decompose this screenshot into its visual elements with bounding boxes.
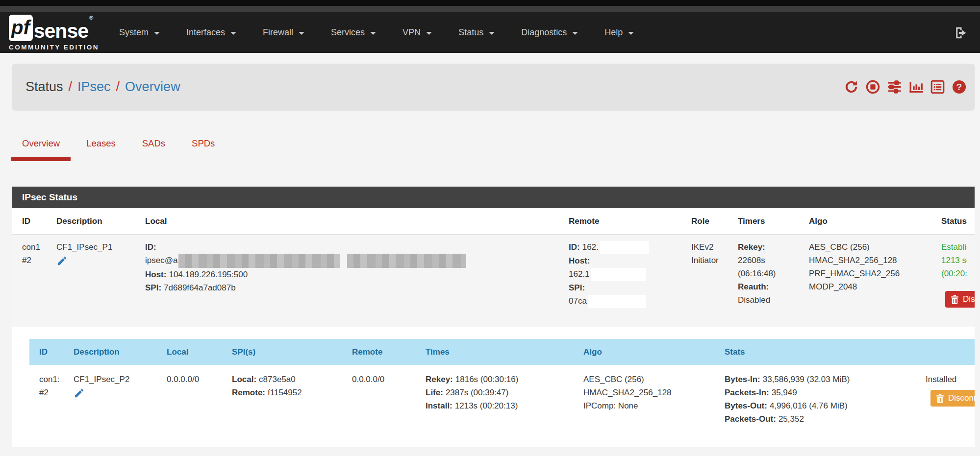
p1-local-spi: 7d689f64a7ad087b [164, 283, 236, 292]
breadcrumb-separator: / [63, 79, 78, 95]
redacted-region [600, 241, 649, 254]
p2-id-cell: con1: #2 [29, 373, 74, 426]
col-header-local: Local [145, 208, 569, 234]
tab-overview[interactable]: Overview [11, 132, 71, 161]
redacted-region [347, 254, 466, 268]
breadcrumb-link-ipsec[interactable]: IPsec [77, 79, 111, 95]
p1-remote-id: 162. [582, 242, 599, 252]
chevron-down-icon [370, 32, 376, 35]
col-header-description: Description [56, 208, 145, 234]
p1-local-host: 104.189.226.195:500 [169, 270, 248, 279]
p2-times-cell: Rekey:1816s (00:30:16) Life:2387s (00:39… [426, 373, 583, 426]
p1-local-cell: ID: ipsec@a Host:104.189.226.195:500 SPI… [145, 240, 569, 321]
col-header-id: ID [22, 208, 56, 234]
edit-pencil-icon[interactable] [74, 387, 85, 399]
nav-item-firewall[interactable]: Firewall [250, 27, 318, 38]
breadcrumb-link-overview[interactable]: Overview [125, 79, 180, 95]
col-header-local: Local [167, 339, 232, 365]
redacted-region [178, 254, 340, 268]
nav-item-system[interactable]: System [106, 27, 173, 38]
tab-leases[interactable]: Leases [75, 132, 126, 161]
tab-spds[interactable]: SPDs [181, 132, 226, 161]
col-header-times: Times [426, 339, 583, 365]
chevron-down-icon [572, 32, 578, 35]
table-row-p1: con1 #2 CF1_IPsec_P1 ID: ipsec@a Host:10… [12, 235, 975, 327]
col-header-description: Description [74, 339, 167, 365]
nav-item-services[interactable]: Services [318, 27, 389, 38]
nav-item-help[interactable]: Help [591, 27, 647, 38]
p2-description: CF1_IPsec_P2 [74, 373, 162, 386]
nav-item-diagnostics[interactable]: Diagnostics [508, 27, 591, 38]
p1-description: CF1_IPsec_P1 [56, 240, 140, 254]
col-header-remote: Remote [352, 339, 426, 365]
log-list-icon[interactable] [930, 79, 945, 95]
pfsense-logo[interactable]: pf sense ® COMMUNITY EDITION [9, 15, 99, 51]
chevron-down-icon [154, 32, 160, 35]
col-header-algo: Algo [583, 339, 725, 365]
chevron-down-icon [299, 32, 304, 35]
p1-local-id: ipsec@a [145, 256, 177, 265]
disconnect-p1-button[interactable]: Disconnect [945, 291, 975, 308]
p1-timers-cell: Rekey: 22608s (06:16:48) Reauth: Disable… [738, 240, 809, 321]
p2-remote-cell: 0.0.0.0/0 [352, 373, 426, 426]
chevron-down-icon [628, 32, 634, 35]
p2-spis-cell: Local:c873e5a0 Remote:f1154952 [232, 373, 352, 426]
disconnect-p2-button[interactable]: Disconnect [930, 390, 975, 407]
logo-pf: pf [9, 15, 33, 41]
sliders-icon[interactable] [887, 79, 902, 95]
trash-icon [936, 394, 944, 403]
p2-description-cell: CF1_IPsec_P2 [74, 373, 167, 426]
nav-item-vpn[interactable]: VPN [389, 27, 445, 38]
p1-table-header: ID Description Local Remote Role Timers … [12, 208, 975, 235]
refresh-icon[interactable] [844, 79, 859, 95]
p1-role-cell: IKEv2 Initiator [691, 240, 738, 321]
ipsec-status-panel: IPsec Status ID Description Local Remote… [12, 187, 975, 447]
p1-remote-host: 162.1 [569, 269, 590, 279]
ipsec-tabs: Overview Leases SADs SPDs [11, 132, 980, 161]
breadcrumb-separator: / [111, 79, 126, 95]
help-icon[interactable]: ? [952, 79, 967, 95]
p1-algo-cell: AES_CBC (256) HMAC_SHA2_256_128 PRF_HMAC… [809, 240, 941, 321]
navbar: pf sense ® COMMUNITY EDITION System Inte… [0, 12, 980, 53]
p1-status-text: Established 1213 seconds (00:20:13) [941, 240, 975, 280]
p1-remote-spi: 07ca [569, 296, 587, 306]
redacted-region [591, 268, 646, 281]
nav-menu: System Interfaces Firewall Services VPN … [106, 27, 647, 38]
bar-chart-icon[interactable] [908, 79, 924, 95]
col-header-role: Role [691, 208, 738, 234]
nav-item-status[interactable]: Status [445, 27, 508, 38]
nav-item-interfaces[interactable]: Interfaces [173, 27, 250, 38]
logo-registered-mark: ® [89, 15, 93, 21]
breadcrumb: Status / IPsec / Overview [25, 79, 180, 95]
col-header-id: ID [29, 339, 74, 365]
breadcrumb-bar: Status / IPsec / Overview [12, 64, 975, 110]
p2-stats-cell: Bytes-In:33,586,939 (32.03 MiB) Packets-… [725, 373, 923, 426]
p2-local-cell: 0.0.0.0/0 [167, 373, 232, 426]
p2-status-text: Installed [926, 373, 975, 386]
p1-remote-cell: ID:162. Host: 162.1 SPI: 07ca [569, 240, 691, 321]
chevron-down-icon [426, 32, 432, 35]
stop-icon[interactable] [865, 79, 880, 95]
col-header-timers: Timers [738, 208, 809, 234]
top-strip [0, 0, 980, 6]
sign-out-icon[interactable] [953, 25, 968, 40]
tab-sads[interactable]: SADs [131, 132, 176, 161]
top-strip-2 [0, 6, 980, 12]
child-sa-section: ID Description Local SPI(s) Remote Times… [12, 327, 975, 447]
col-header-remote: Remote [569, 208, 691, 234]
logo-subtitle: COMMUNITY EDITION [9, 44, 99, 51]
chevron-down-icon [489, 32, 495, 35]
svg-text:?: ? [956, 82, 962, 92]
edit-pencil-icon[interactable] [56, 255, 68, 266]
chevron-down-icon [230, 32, 236, 35]
panel-title: IPsec Status [12, 187, 975, 208]
logo-sense: sense [34, 21, 88, 41]
table-row-p2: con1: #2 CF1_IPsec_P2 0.0.0.0/0 Local:c8… [29, 365, 975, 426]
breadcrumb-section: Status [25, 79, 63, 95]
p1-id-cell: con1 #2 [22, 240, 56, 321]
p2-algo-cell: AES_CBC (256) HMAC_SHA2_256_128 IPComp: … [583, 373, 725, 426]
p2-table-header: ID Description Local SPI(s) Remote Times… [29, 339, 975, 365]
p2-status-cell: Installed Disconnect [923, 373, 975, 426]
col-header-stats: Stats [725, 339, 923, 365]
p1-description-cell: CF1_IPsec_P1 [56, 240, 145, 321]
